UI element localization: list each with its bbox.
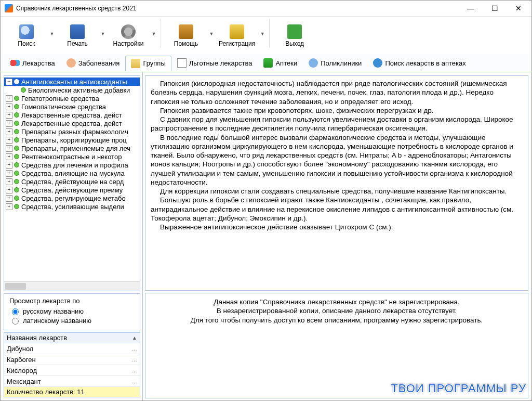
radio-russian-input[interactable]	[12, 308, 19, 315]
tree-item[interactable]: +Препараты, корригирующие проц	[4, 136, 140, 144]
article-p5: Для коррекции гипоксии стали создавать с…	[151, 187, 523, 196]
tree-expand-icon[interactable]: +	[6, 162, 12, 169]
tree-expand-icon[interactable]: +	[6, 120, 12, 127]
tree-item-label: Средства, действующие преиму	[21, 186, 123, 194]
tree-item[interactable]: Биологически активные добавки	[4, 86, 140, 94]
tab-clinics[interactable]: Поликлиники	[303, 55, 367, 71]
more-icon[interactable]: …	[131, 345, 137, 352]
notice-line-1: Данная копия "Справочника лекарственных …	[156, 297, 517, 306]
scroll-up-icon[interactable]: ▲	[132, 335, 137, 341]
tree-item[interactable]: +Препараты разных фармакологич	[4, 127, 140, 136]
maximize-button[interactable]: ☐	[483, 1, 507, 16]
tree-expand-icon[interactable]: +	[6, 95, 12, 102]
bullet-icon	[14, 79, 19, 84]
pill-icon	[10, 58, 20, 68]
toolbar-print-button[interactable]: Печать	[56, 19, 99, 53]
tree-item[interactable]: +Препараты, применяемые для леч	[4, 144, 140, 152]
groups-tree[interactable]: −Антигипоксанты и антиоксидантыБиологиче…	[4, 76, 140, 281]
tree-item[interactable]: +Лекарственные средства, дейст	[4, 111, 140, 119]
bullet-icon	[14, 171, 19, 176]
bullet-icon	[14, 179, 19, 184]
tree-item[interactable]: +Средства, действующие на серд	[4, 177, 140, 186]
tree-item-label: Гомеопатические средства	[21, 103, 106, 111]
tree-item[interactable]: +Средства, усиливающие выдели	[4, 202, 140, 211]
view-options-group: Просмотр лекарств по русскому названию л…	[4, 293, 140, 330]
toolbar-exit-button[interactable]: Выход	[273, 19, 316, 53]
toolbar-register-button[interactable]: Регистрация	[215, 19, 259, 53]
more-icon[interactable]: …	[131, 378, 137, 384]
tree-expand-icon[interactable]: +	[6, 104, 12, 110]
tree-item[interactable]: +Средства, регулирующие метабо	[4, 194, 140, 202]
toolbar-register-label: Регистрация	[219, 40, 255, 47]
toolbar-print-dropdown[interactable]: ▼	[99, 19, 107, 49]
tree-expand-icon[interactable]: +	[6, 203, 12, 210]
medicine-row[interactable]: Кислород…	[4, 365, 140, 376]
toolbar-exit-label: Выход	[285, 40, 304, 47]
tree-expand-icon[interactable]: +	[6, 153, 12, 160]
tree-item[interactable]: +Средства для лечения и профила	[4, 161, 140, 169]
tab-medicines[interactable]: Лекарства	[5, 55, 61, 71]
tree-item[interactable]: +Лекарственные средства, дейст	[4, 119, 140, 127]
tree-expand-icon[interactable]: +	[6, 187, 12, 193]
toolbar-settings-button[interactable]: Настройки	[107, 19, 150, 53]
person-icon	[66, 58, 76, 68]
tab-search-pharmacies[interactable]: Поиск лекарств в аптеках	[367, 55, 471, 71]
right-column: Гипоксия (кислородная недостаточность) н…	[143, 72, 531, 400]
toolbar-search-button[interactable]: Поиск	[5, 19, 48, 53]
document-icon	[177, 58, 187, 68]
tree-item[interactable]: −Антигипоксанты и антиоксиданты	[4, 77, 140, 86]
tree-item[interactable]: +Средства, действующие преиму	[4, 186, 140, 194]
tab-pharmacies[interactable]: Аптеки	[258, 55, 303, 71]
radio-russian-name[interactable]: русскому названию	[9, 307, 135, 315]
tree-expand-icon[interactable]: −	[6, 79, 12, 85]
medicines-list-header[interactable]: Названия лекарств ▲	[4, 333, 140, 343]
scrollbar-thumb[interactable]	[5, 283, 26, 290]
tree-horizontal-scrollbar[interactable]	[4, 281, 140, 291]
tab-medicines-label: Лекарства	[22, 59, 55, 67]
medicines-count: Количество лекарств: 11	[4, 387, 140, 397]
article-p6: Большую роль в борьбе с гипоксией играют…	[151, 196, 523, 223]
radio-latin-input[interactable]	[12, 318, 19, 325]
toolbar-help-dropdown[interactable]: ▼	[208, 19, 215, 49]
toolbar-search-dropdown[interactable]: ▼	[48, 19, 56, 49]
tree-expand-icon[interactable]: +	[6, 128, 12, 135]
tab-groups[interactable]: Группы	[125, 56, 171, 71]
close-button[interactable]: ✕	[507, 1, 530, 16]
tab-diseases[interactable]: Заболевания	[61, 55, 126, 71]
tree-expand-icon[interactable]: +	[6, 137, 12, 144]
tree-expand-icon[interactable]: +	[6, 145, 12, 152]
toolbar-settings-label: Настройки	[113, 40, 144, 47]
toolbar-settings-dropdown[interactable]: ▼	[150, 19, 157, 49]
article-panel[interactable]: Гипоксия (кислородная недостаточность) н…	[145, 75, 528, 291]
bullet-icon	[14, 112, 19, 118]
tree-item[interactable]: +Рентгеноконтрастные и некотор	[4, 152, 140, 161]
toolbar-print-label: Печать	[67, 40, 87, 47]
tree-item-label: Средства, регулирующие метабо	[21, 195, 126, 202]
toolbar-help-button[interactable]: Помощь	[164, 19, 208, 53]
minimize-button[interactable]: —	[459, 1, 483, 16]
medicine-row[interactable]: Дибунол…	[4, 343, 140, 354]
tree-item[interactable]: +Гепатотропные средства	[4, 94, 140, 102]
tree-item-label: Средства для лечения и профила	[21, 161, 128, 169]
medicine-row[interactable]: Мексидант…	[4, 376, 140, 387]
app-window: Справочник лекарственных средств 2021 — …	[0, 0, 532, 401]
tree-expand-icon[interactable]: +	[6, 112, 12, 119]
more-icon[interactable]: …	[131, 356, 137, 363]
tab-groups-label: Группы	[143, 59, 165, 67]
view-options-label: Просмотр лекарств по	[9, 297, 135, 305]
bullet-icon	[14, 129, 19, 134]
tab-benefit-meds[interactable]: Льготные лекарства	[171, 55, 258, 71]
tree-item[interactable]: +Средства, влияющие на мускула	[4, 169, 140, 177]
tree-item[interactable]: +Гомеопатические средства	[4, 102, 140, 111]
article-p7: Выраженное антигипоксическое действие ок…	[151, 223, 523, 231]
bullet-icon	[14, 154, 19, 159]
medical-cross-icon	[263, 58, 273, 68]
tree-expand-icon[interactable]: +	[6, 178, 12, 185]
tree-expand-icon[interactable]: +	[6, 195, 12, 202]
more-icon[interactable]: …	[131, 367, 137, 373]
toolbar-separator	[161, 19, 161, 48]
tree-expand-icon[interactable]: +	[6, 170, 12, 177]
medicine-row[interactable]: Карбоген…	[4, 354, 140, 365]
radio-latin-name[interactable]: латинскому названию	[9, 316, 135, 325]
toolbar-register-dropdown[interactable]: ▼	[259, 19, 266, 49]
